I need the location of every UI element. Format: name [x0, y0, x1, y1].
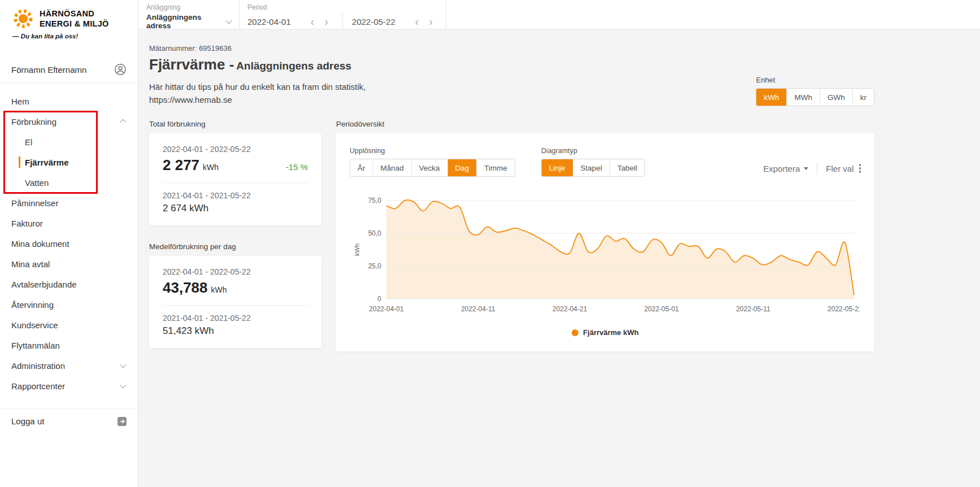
sidebar-item-rapportcenter[interactable]: Rapportcenter [0, 376, 138, 396]
chevron-down-icon [120, 362, 126, 368]
sidebar-item-flyttanmalan[interactable]: Flyttanmälan [0, 335, 138, 355]
sidebar-item-hem[interactable]: Hem [0, 91, 138, 111]
svg-text:2022-05-11: 2022-05-11 [736, 305, 770, 313]
svg-text:25,0: 25,0 [368, 262, 381, 270]
sidebar-item-administration[interactable]: Administration [0, 355, 138, 376]
logout-icon [116, 416, 128, 427]
app-root: HÄRNÖSAND ENERGI & MILJÖ — Du kan lita p… [0, 0, 980, 487]
charttype-line-button[interactable]: Linje [542, 159, 573, 176]
period-from: 2022-04-01 ‹ › [247, 16, 333, 27]
sidebar-item-paminnelser[interactable]: Påminnelser [0, 193, 138, 213]
current-period: 2022-04-01 - 2022-05-22 [163, 145, 308, 154]
chevron-up-icon [120, 119, 126, 125]
sidebar-item-el[interactable]: El [0, 132, 138, 152]
page-subtitle: Anläggningens adress [236, 60, 351, 72]
topbar: Anläggning Anläggningens adress Period 2… [138, 0, 980, 29]
average-current-value: 43,788 [163, 279, 208, 297]
sidebar-item-avtalserbjudande[interactable]: Avtalserbjudande [0, 274, 138, 294]
average-consumption-label: Medelförbrukning per dag [149, 242, 321, 251]
period-to: 2022-05-22 ‹ › [352, 16, 438, 27]
consumption-line-chart: 025,050,075,0kWh2022-04-012022-04-112022… [351, 192, 860, 323]
resolution-week-button[interactable]: Vecka [412, 159, 448, 176]
average-consumption-card: 2022-04-01 - 2022-05-22 43,788 kWh 2021-… [149, 256, 321, 348]
sidebar-item-vatten[interactable]: Vatten [0, 172, 138, 193]
svg-text:2022-04-11: 2022-04-11 [461, 305, 495, 313]
period-overview-card: Upplösning År Månad Vecka Dag Timme [336, 133, 874, 351]
export-button[interactable]: Exportera [763, 164, 808, 173]
unit-selector: Enhet kWh MWh GWh kr [756, 76, 874, 106]
resolution-day-button[interactable]: Dag [448, 159, 477, 176]
total-consumption-card: 2022-04-01 - 2022-05-22 2 277 kWh -15 % … [149, 133, 321, 225]
sidebar-item-mina-avtal[interactable]: Mina avtal [0, 254, 138, 274]
unit-gwh-button[interactable]: GWh [820, 89, 853, 106]
unit-mwh-button[interactable]: MWh [787, 89, 820, 106]
svg-text:75,0: 75,0 [368, 197, 381, 205]
svg-text:50,0: 50,0 [368, 229, 381, 237]
meter-number: Mätarnummer: 69519636 [149, 44, 874, 53]
resolution-year-button[interactable]: År [350, 159, 373, 176]
sidebar-item-fjarrvarme[interactable]: Fjärrvärme [0, 152, 138, 172]
total-consumption-label: Total förbrukning [149, 120, 321, 128]
charttype-table-button[interactable]: Tabell [610, 159, 644, 176]
resolution-label: Upplösning [350, 147, 515, 155]
svg-text:2022-04-01: 2022-04-01 [369, 305, 404, 313]
legend-dot-icon [572, 329, 578, 336]
period-overview-label: Periodöversikt [336, 120, 874, 128]
description-url: https://www.hemab.se [149, 95, 232, 105]
sidebar: HÄRNÖSAND ENERGI & MILJÖ — Du kan lita p… [0, 0, 138, 487]
period-label: Period [247, 3, 438, 11]
user-avatar-icon [114, 63, 127, 76]
change-badge: -15 % [286, 162, 308, 172]
chevron-down-icon [120, 382, 126, 388]
sidebar-item-forbrukning[interactable]: Förbrukning [0, 111, 138, 132]
svg-text:0: 0 [377, 295, 381, 303]
brand-name-line2: ENERGI & MILJÖ [40, 19, 109, 29]
period-from-next-button[interactable]: › [319, 16, 333, 27]
facility-label: Anläggning [146, 3, 231, 11]
period-from-prev-button[interactable]: ‹ [306, 16, 320, 27]
brand-tagline: — Du kan lita på oss! [12, 33, 128, 40]
unit-kwh-button[interactable]: kWh [756, 89, 787, 106]
brand-name-line1: HÄRNÖSAND [40, 8, 109, 19]
charttype-bar-button[interactable]: Stapel [573, 159, 610, 176]
period-to-next-button[interactable]: › [424, 16, 438, 27]
average-previous-value: 51,423 kWh [163, 325, 308, 337]
svg-text:2022-04-21: 2022-04-21 [552, 305, 587, 313]
legend-label: Fjärrvärme kWh [583, 328, 638, 337]
chevron-down-icon [225, 18, 232, 24]
content: Mätarnummer: 69519636 Fjärrvärme -Anlägg… [138, 29, 980, 487]
previous-period: 2021-04-01 - 2021-05-22 [163, 191, 308, 200]
total-previous-value: 2 674 kWh [163, 203, 308, 214]
logout-button[interactable]: Logga ut [0, 408, 138, 434]
previous-period: 2021-04-01 - 2021-05-22 [163, 314, 308, 323]
topbar-divider [342, 13, 343, 30]
facility-select[interactable]: Anläggningens adress [146, 13, 231, 30]
kebab-menu-icon [859, 164, 861, 173]
svg-text:2022-05-21: 2022-05-21 [827, 305, 860, 313]
sidebar-item-mina-dokument[interactable]: Mina dokument [0, 233, 138, 254]
topbar-divider [446, 0, 446, 29]
resolution-month-button[interactable]: Månad [373, 159, 412, 176]
main-column: Anläggning Anläggningens adress Period 2… [138, 0, 980, 487]
sidebar-item-atervinning[interactable]: Återvinning [0, 294, 138, 315]
brand-logo: HÄRNÖSAND ENERGI & MILJÖ — Du kan lita p… [0, 0, 138, 56]
unit-label: Enhet [756, 76, 874, 84]
charttype-label: Diagramtyp [541, 147, 645, 155]
total-current-value: 2 277 [163, 156, 199, 174]
current-period: 2022-04-01 - 2022-05-22 [163, 267, 308, 276]
user-name: Förnamn Efternamn [11, 65, 86, 75]
more-options-button[interactable]: Fler val [826, 164, 861, 173]
user-menu[interactable]: Förnamn Efternamn [0, 56, 138, 83]
page-title: Fjärrvärme -Anläggningens adress [149, 56, 874, 73]
chart-legend: Fjärrvärme kWh [350, 328, 861, 338]
sidebar-item-kundservice[interactable]: Kundservice [0, 315, 138, 335]
sidebar-nav: Hem Förbrukning El Fjärrvärme Vatten Påm… [0, 83, 138, 396]
period-to-prev-button[interactable]: ‹ [410, 16, 424, 27]
caret-down-icon [804, 167, 808, 170]
resolution-hour-button[interactable]: Timme [477, 159, 515, 176]
svg-text:2022-05-01: 2022-05-01 [644, 305, 679, 313]
sidebar-item-fakturor[interactable]: Fakturor [0, 213, 138, 233]
unit-kr-button[interactable]: kr [853, 89, 874, 106]
brand-sun-icon [11, 7, 35, 31]
actions-divider [817, 162, 817, 175]
